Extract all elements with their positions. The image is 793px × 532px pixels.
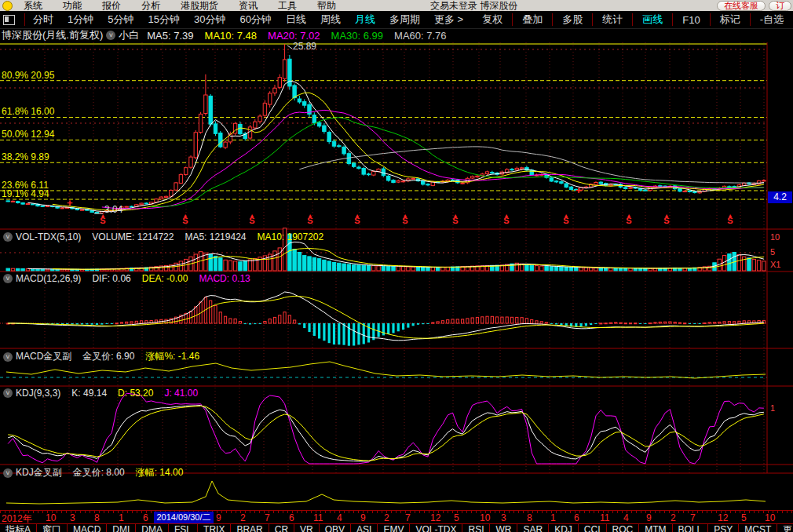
tool-item-F10[interactable]: F10: [673, 14, 709, 26]
collapse-macd_gx-icon[interactable]: ˅: [3, 352, 13, 362]
panel-header-macd_gx: ˅MACD金叉副金叉价: 6.90涨幅%: -1.46: [0, 350, 210, 363]
timeline-month: 3: [501, 512, 506, 523]
current-price-tag: 4.2: [768, 191, 792, 203]
timeline-month: 9: [216, 512, 221, 523]
indicator-value: MACD金叉副: [16, 350, 71, 363]
period-tab-多周期[interactable]: 多周期: [389, 13, 420, 27]
timeline-month: 12: [430, 512, 440, 523]
indicator-tab-BOLL[interactable]: BOLL: [673, 524, 709, 532]
cross-marker: +: [576, 184, 582, 196]
period-tab-更多 >[interactable]: 更多 >: [434, 13, 463, 27]
timeline-month: 7: [690, 512, 696, 523]
indicator-tab-CCI[interactable]: CCI: [579, 524, 607, 532]
period-tab-日线[interactable]: 日线: [286, 13, 306, 27]
tool-item-画线[interactable]: 画线: [633, 13, 672, 27]
ma-value: MA30: 6.99: [331, 30, 384, 42]
period-tab-月线[interactable]: 月线: [355, 13, 375, 27]
timeline-month: 1: [550, 512, 556, 523]
tool-item-多股[interactable]: 多股: [553, 13, 592, 27]
split-letter: S: [663, 216, 669, 225]
timeline-axis[interactable]: 2012年 1038169276114927125103816114927125…: [0, 510, 793, 524]
indicator-tab-CR[interactable]: CR: [269, 524, 294, 532]
low-price-annotation: 3.04: [104, 204, 122, 215]
period-tab-周线[interactable]: 周线: [320, 13, 341, 27]
cross-marker: +: [67, 197, 73, 209]
indicator-tab-ASI[interactable]: ASI: [351, 524, 378, 532]
subscribe-button[interactable]: 订: [769, 1, 791, 11]
window-layout-icon[interactable]: [3, 15, 15, 25]
period-tab-60分钟[interactable]: 60分钟: [239, 13, 271, 27]
ma-value: MA60: 7.76: [394, 30, 447, 42]
timeline-month: 5: [741, 512, 747, 523]
period-tab-30分钟[interactable]: 30分钟: [194, 13, 225, 27]
chart-tool-list: 复权叠加多股统计画线F10标记-自选: [473, 13, 793, 27]
period-tab-15分钟[interactable]: 15分钟: [148, 13, 179, 27]
indicator-tab-KDJ[interactable]: KDJ: [549, 524, 579, 532]
indicator-tab-DMI[interactable]: DMI: [107, 524, 136, 532]
timeline-month: 3: [70, 512, 75, 523]
split-letter: S: [452, 216, 458, 225]
timeline-month: 5: [454, 512, 459, 523]
split-marker: ▲S: [181, 213, 190, 224]
timeline-month: 10: [46, 512, 56, 523]
indicator-tab-更多[interactable]: 更多: [777, 524, 793, 532]
indicator-tab-bar: 指标A窗口MACDDMIDMAFSLTRIXBRARCRVROBVASIEMVV…: [0, 523, 793, 532]
indicator-tab-MACD[interactable]: MACD: [68, 524, 107, 532]
split-marker: ▲S: [662, 213, 671, 224]
indicator-tab-OBV[interactable]: OBV: [320, 524, 351, 532]
indicator-tab-RSI[interactable]: RSI: [462, 524, 490, 532]
indicator-tab-DMA[interactable]: DMA: [136, 524, 169, 532]
collapse-kdj_gx-icon[interactable]: ˅: [3, 468, 13, 478]
indicator-tab-SAR[interactable]: SAR: [517, 524, 549, 532]
axis-label: X1: [770, 260, 780, 269]
indicator-tab-EMV[interactable]: EMV: [378, 524, 410, 532]
indicator-tab-FSL[interactable]: FSL: [169, 524, 198, 532]
split-letter: S: [354, 216, 360, 225]
tool-item--自选[interactable]: -自选: [751, 13, 793, 27]
indicator-tab-TRIX[interactable]: TRIX: [198, 524, 231, 532]
indicator-tab-WR[interactable]: WR: [490, 524, 517, 532]
indicator-tab-窗口[interactable]: 窗口: [37, 524, 68, 532]
split-letter: S: [626, 216, 631, 225]
indicator-tab-指标A[interactable]: 指标A: [0, 524, 37, 532]
timeline-month: 6: [289, 512, 294, 523]
indicator-value: DIF: 0.06: [92, 273, 130, 284]
tdx-stock-app: 系统功能报价分析港股期货资讯工具帮助 交易未登录 博深股份 在线客服 订 分时1…: [0, 0, 793, 532]
tool-item-复权[interactable]: 复权: [473, 13, 512, 27]
timeline-month: 10: [480, 512, 490, 523]
indicator-value: K: 49.14: [71, 388, 107, 399]
indicator-tab-VR[interactable]: VR: [294, 524, 320, 532]
collapse-vol-icon[interactable]: ˅: [3, 232, 13, 242]
chevron-down-icon[interactable]: ˅: [106, 31, 115, 40]
period-tab-5分钟[interactable]: 5分钟: [108, 13, 133, 27]
period-tab-分时[interactable]: 分时: [33, 13, 53, 27]
timeline-month: 9: [646, 512, 652, 523]
timeline-month: 8: [94, 512, 100, 523]
online-service-button[interactable]: 在线客服: [717, 1, 766, 11]
tool-item-叠加[interactable]: 叠加: [513, 13, 552, 27]
collapse-macd-icon[interactable]: ˅: [3, 274, 13, 283]
split-marker: ▲S: [502, 213, 511, 224]
split-marker: ▲S: [247, 213, 257, 224]
app-logo-icon: [2, 1, 13, 11]
indicator-value: 涨幅%: -1.46: [145, 350, 199, 363]
split-letter: S: [402, 216, 407, 225]
timeline-month: 12: [718, 512, 728, 523]
indicator-tab-MTM[interactable]: MTM: [639, 524, 672, 532]
split-letter: S: [249, 216, 254, 225]
timeline-month: 9: [360, 512, 366, 523]
indicator-tab-MCST[interactable]: MCST: [739, 524, 777, 532]
period-tab-1分钟[interactable]: 1分钟: [68, 13, 93, 27]
indicator-tab-VOL-TDX[interactable]: VOL-TDX: [410, 524, 462, 532]
indicator-tab-ROC[interactable]: ROC: [607, 524, 640, 532]
tool-item-统计[interactable]: 统计: [593, 13, 632, 27]
tool-item-标记[interactable]: 标记: [711, 13, 750, 27]
toolbar-divider: [24, 13, 25, 26]
indicator-value: KDJ(9,3,3): [16, 388, 60, 399]
split-marker: ▲S: [451, 213, 460, 224]
timeline-month: 6: [143, 512, 148, 523]
indicator-tab-PSY[interactable]: PSY: [708, 524, 739, 532]
indicator-tab-BRAR[interactable]: BRAR: [231, 524, 269, 532]
timeline-month: 7: [265, 512, 270, 523]
collapse-kdj-icon[interactable]: ˅: [3, 388, 13, 398]
